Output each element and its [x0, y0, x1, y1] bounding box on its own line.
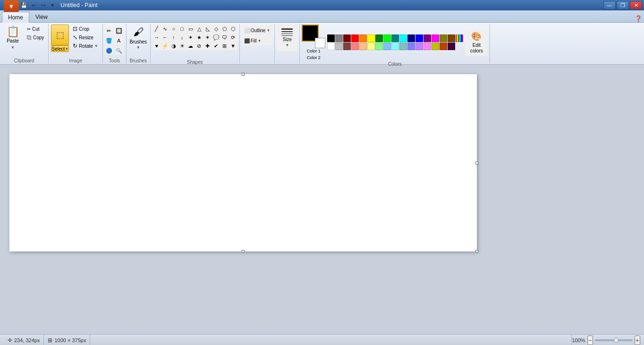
outline-button[interactable]: ⬜ Outline ▼ [242, 26, 273, 35]
swatch-0[interactable] [327, 34, 335, 42]
swatch-8[interactable] [391, 34, 399, 42]
select-btn-bottom[interactable]: Select ▼ [51, 45, 69, 52]
shape-moon[interactable]: ◑ [169, 42, 178, 50]
shape-star4[interactable]: ✦ [186, 33, 195, 42]
resize-button[interactable]: ⤡ Resize [70, 33, 100, 42]
swatch-22[interactable] [375, 43, 383, 50]
shape-check[interactable]: ✔ [212, 42, 220, 50]
shape-pentagon[interactable]: ⬠ [220, 25, 229, 33]
paste-btn-top[interactable]: 📋 Paste [2, 25, 24, 44]
pencil-tool[interactable]: ✏ [105, 26, 113, 35]
swatch-19[interactable] [351, 43, 359, 50]
zoom-in-button[interactable]: + [635, 336, 640, 345]
drawing-canvas[interactable] [9, 74, 477, 251]
copy-button[interactable]: ⿻ Copy [25, 33, 46, 42]
zoom-out-button[interactable]: − [587, 336, 593, 345]
swatch-31[interactable] [448, 43, 455, 50]
tab-home[interactable]: Home [2, 12, 29, 23]
shape-heart[interactable]: ♥ [153, 42, 161, 50]
dropdown-quick-btn[interactable]: ▼ [48, 1, 57, 9]
shape-roundcallout[interactable]: 💬 [212, 33, 220, 42]
swatch-11[interactable] [415, 34, 423, 42]
shape-sun[interactable]: ☀ [178, 42, 186, 50]
swatch-4[interactable] [359, 34, 367, 42]
swatch-12[interactable] [424, 34, 431, 42]
swatch-10[interactable] [407, 34, 415, 42]
swatch-24[interactable] [391, 43, 399, 50]
swatch-3[interactable] [351, 34, 359, 42]
shape-rect[interactable]: □ [178, 25, 186, 33]
fill-tool[interactable]: 🪣 [105, 36, 113, 45]
shape-arrow-u[interactable]: ↑ [169, 33, 178, 42]
swatch-13[interactable] [432, 34, 439, 42]
magnify-tool[interactable]: 🔍 [115, 46, 123, 55]
shape-hexagon[interactable]: ⬡ [229, 25, 237, 33]
undo-quick-btn[interactable]: ↩ [29, 1, 38, 9]
paste-dropdown[interactable]: ▼ [2, 44, 24, 51]
shape-scroll[interactable]: ⟳ [229, 33, 237, 42]
zoom-slider[interactable] [595, 339, 633, 341]
minimize-button[interactable]: — [603, 1, 616, 9]
shape-star6[interactable]: ✶ [203, 33, 212, 42]
shape-arrow-l[interactable]: ← [161, 33, 169, 42]
swatch-7[interactable] [383, 34, 391, 42]
text-tool[interactable]: A [115, 36, 123, 45]
shape-feet[interactable]: ⊞ [220, 42, 229, 50]
swatch-15[interactable] [448, 34, 455, 42]
shape-diamond[interactable]: ◇ [212, 25, 220, 33]
swatch-18[interactable] [343, 43, 351, 50]
tab-view[interactable]: View [29, 12, 54, 22]
shape-cross[interactable]: ✚ [203, 42, 212, 50]
handle-bottom-right[interactable] [475, 250, 478, 253]
rotate-button[interactable]: ↻ Rotate ▼ [70, 42, 100, 50]
swatch-2[interactable] [343, 34, 351, 42]
edit-colors-button[interactable]: 🎨 Editcolors [465, 29, 488, 56]
crop-button[interactable]: ⊡ Crop [70, 25, 100, 33]
swatch-9[interactable] [399, 34, 407, 42]
shape-rectcallout[interactable]: 🗨 [220, 33, 229, 42]
shape-triangle[interactable]: △ [195, 25, 203, 33]
shape-arrow-r[interactable]: → [153, 33, 161, 42]
swatch-27[interactable] [415, 43, 423, 50]
eraser-tool[interactable]: 🔲 [115, 26, 123, 35]
shape-cloud[interactable]: ☁ [186, 42, 195, 50]
canvas-area[interactable] [0, 65, 644, 334]
swatch-5[interactable] [367, 34, 375, 42]
help-button[interactable]: ❓ [635, 15, 642, 22]
shape-line[interactable]: ╱ [153, 25, 161, 33]
brushes-button[interactable]: 🖌 Brushes ▼ [128, 25, 148, 51]
save-quick-btn[interactable]: 💾 [20, 1, 28, 9]
color2-button[interactable] [315, 38, 325, 48]
swatch-28[interactable] [424, 43, 431, 50]
shape-arrow-d[interactable]: ↓ [178, 33, 186, 42]
handle-middle-right[interactable] [475, 162, 478, 164]
swatch-1[interactable] [335, 34, 343, 42]
redo-quick-btn[interactable]: ↪ [39, 1, 47, 9]
paint-menu-button[interactable]: ▼ [4, 0, 19, 12]
swatch-rainbow[interactable] [456, 34, 463, 42]
close-button[interactable]: ✕ [630, 1, 642, 9]
swatch-29[interactable] [432, 43, 439, 50]
swatch-25[interactable] [399, 43, 407, 50]
swatch-17[interactable] [335, 43, 343, 50]
swatch-23[interactable] [383, 43, 391, 50]
handle-bottom-center[interactable] [242, 250, 245, 253]
shape-rtriangle[interactable]: ◺ [203, 25, 212, 33]
size-button[interactable]: Size ▼ [277, 25, 297, 51]
cut-button[interactable]: ✂ Cut [25, 25, 46, 33]
select-btn-top[interactable]: ⬚ [51, 25, 69, 45]
shape-star5[interactable]: ★ [195, 33, 203, 42]
maximize-button[interactable]: ❐ [617, 1, 629, 9]
swatch-16[interactable] [327, 43, 335, 50]
swatch-6[interactable] [375, 34, 383, 42]
shape-curve[interactable]: ∿ [161, 25, 169, 33]
swatch-26[interactable] [407, 43, 415, 50]
swatch-20[interactable] [359, 43, 367, 50]
fill-button[interactable]: ⬛ Fill ▼ [242, 36, 273, 45]
swatch-30[interactable] [440, 43, 447, 50]
shape-roundrect[interactable]: ▭ [186, 25, 195, 33]
swatch-21[interactable] [367, 43, 375, 50]
swatch-14[interactable] [440, 34, 447, 42]
handle-top-center[interactable] [242, 73, 245, 76]
shapes-expand[interactable]: ▼ [229, 42, 237, 50]
